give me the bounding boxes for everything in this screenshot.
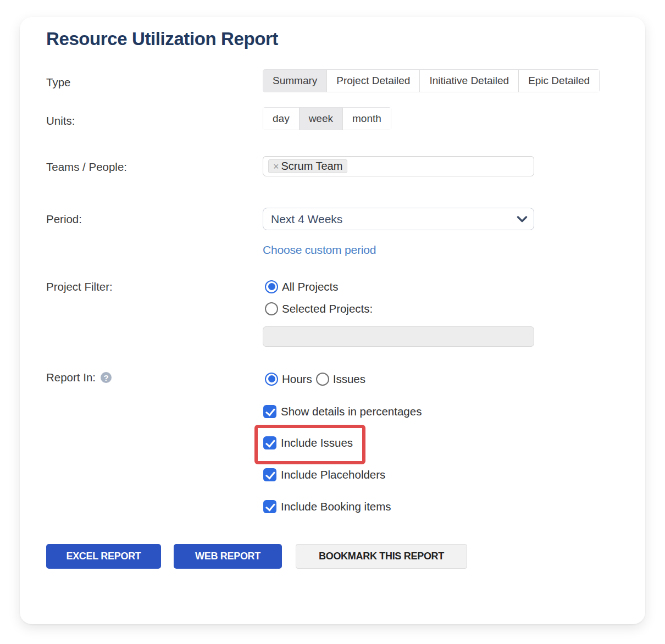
report-in-label: Report In: [46, 371, 96, 384]
type-option-initiative-detailed[interactable]: Initiative Detailed [420, 70, 519, 92]
include-placeholders-checkbox-label[interactable]: Include Placeholders [281, 468, 385, 481]
show-details-checkbox[interactable] [263, 405, 276, 418]
web-report-button[interactable]: WEB REPORT [174, 544, 282, 569]
include-issues-checkbox[interactable] [263, 436, 276, 449]
selected-projects-radio-row: Selected Projects: [265, 302, 373, 315]
include-placeholders-checkbox[interactable] [263, 468, 276, 481]
report-form-card: Resource Utilization Report Type Summary… [20, 17, 645, 624]
type-option-summary[interactable]: Summary [263, 70, 327, 92]
include-booking-items-checkbox-label[interactable]: Include Booking items [281, 500, 391, 513]
teams-people-input[interactable]: × Scrum Team [263, 156, 534, 176]
period-selected-value: Next 4 Weeks [271, 213, 342, 226]
hours-radio[interactable] [265, 373, 278, 386]
units-segmented-control: day week month [263, 107, 391, 130]
team-tag-label: Scrum Team [281, 160, 343, 173]
period-label: Period: [46, 212, 82, 227]
issues-radio-label[interactable]: Issues [333, 373, 365, 386]
all-projects-radio-label[interactable]: All Projects [282, 280, 339, 293]
remove-tag-icon[interactable]: × [273, 162, 279, 171]
include-issues-checkbox-label[interactable]: Include Issues [281, 436, 353, 449]
selected-projects-radio-label[interactable]: Selected Projects: [282, 302, 373, 315]
help-icon[interactable]: ? [101, 372, 112, 383]
show-details-checkbox-row: Show details in percentages [263, 404, 422, 418]
choose-custom-period-link[interactable]: Choose custom period [263, 242, 376, 258]
selected-projects-radio[interactable] [265, 302, 278, 315]
teams-people-label: Teams / People: [46, 159, 127, 175]
type-option-epic-detailed[interactable]: Epic Detailed [519, 70, 599, 92]
report-in-radio-row: Hours Issues [265, 372, 365, 386]
team-tag: × Scrum Team [268, 159, 347, 173]
bookmark-this-report-button[interactable]: BOOKMARK THIS REPORT [296, 544, 467, 569]
all-projects-radio[interactable] [265, 280, 278, 293]
include-placeholders-checkbox-row: Include Placeholders [263, 468, 385, 481]
units-option-day[interactable]: day [263, 108, 300, 130]
include-booking-items-checkbox-row: Include Booking items [263, 499, 391, 513]
type-option-project-detailed[interactable]: Project Detailed [327, 70, 420, 92]
include-issues-checkbox-row: Include Issues [263, 436, 353, 449]
report-in-label-row: Report In: ? [46, 370, 112, 385]
report-type-segmented-control: Summary Project Detailed Initiative Deta… [263, 69, 600, 92]
units-option-week[interactable]: week [300, 108, 343, 130]
all-projects-radio-row: All Projects [265, 280, 339, 293]
issues-radio[interactable] [316, 373, 329, 386]
page-title: Resource Utilization Report [46, 28, 278, 50]
excel-report-button[interactable]: EXCEL REPORT [46, 544, 161, 569]
project-filter-label: Project Filter: [46, 279, 113, 295]
period-select[interactable]: Next 4 Weeks [263, 208, 534, 230]
page-background: { "title": "Resource Utilization Report"… [0, 0, 665, 644]
chevron-down-icon [517, 216, 528, 223]
include-booking-items-checkbox[interactable] [263, 500, 276, 513]
type-label: Type [46, 75, 70, 90]
units-option-month[interactable]: month [343, 108, 391, 130]
hours-radio-label[interactable]: Hours [282, 373, 312, 386]
show-details-checkbox-label[interactable]: Show details in percentages [281, 405, 422, 418]
units-label: Units: [46, 113, 75, 129]
selected-projects-input[interactable] [263, 326, 534, 347]
